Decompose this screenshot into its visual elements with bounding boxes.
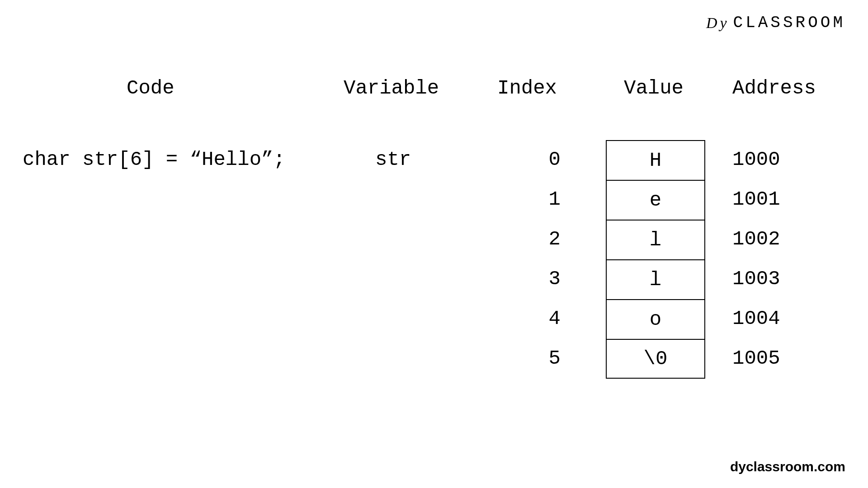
header-address: Address [732, 77, 816, 99]
variable-name: str [375, 148, 411, 171]
address-cell: 1000 [732, 148, 780, 171]
logo-text: CLASSROOM [733, 14, 845, 32]
address-cell: 1005 [732, 347, 780, 370]
index-cell: 5 [547, 347, 561, 370]
index-cell: 0 [547, 148, 561, 171]
index-cell: 3 [547, 267, 561, 290]
value-cell: H [606, 140, 705, 180]
value-cell: o [606, 299, 705, 339]
address-cell: 1004 [732, 307, 780, 330]
address-cell: 1001 [732, 188, 780, 211]
brand-logo: Dy CLASSROOM [706, 14, 845, 32]
value-cell: \0 [606, 339, 705, 379]
header-index: Index [497, 77, 557, 99]
address-cell: 1003 [732, 267, 780, 290]
address-cell: 1002 [732, 228, 780, 250]
index-cell: 1 [547, 188, 561, 211]
logo-prefix-icon: Dy [706, 14, 730, 32]
index-cell: 2 [547, 228, 561, 250]
header-code: Code [127, 77, 175, 99]
header-value: Value [624, 77, 684, 99]
value-cell: l [606, 220, 705, 259]
footer-url: dyclassroom.com [730, 459, 845, 474]
value-cell: e [606, 180, 705, 220]
code-declaration: char str[6] = “Hello”; [23, 148, 285, 171]
header-variable: Variable [344, 77, 439, 99]
value-cell: l [606, 259, 705, 299]
index-cell: 4 [547, 307, 561, 330]
